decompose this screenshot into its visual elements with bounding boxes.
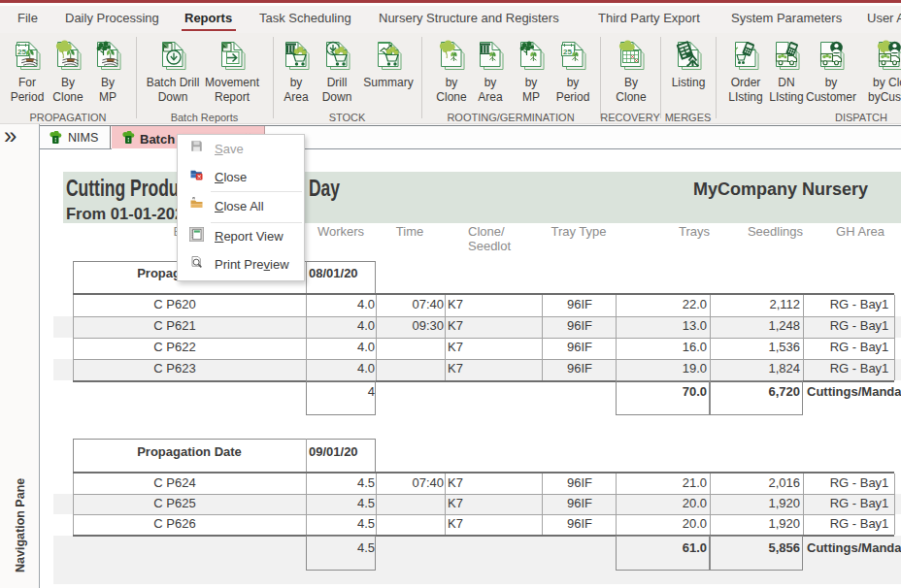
- svg-text:25: 25: [17, 48, 26, 56]
- svg-text:25: 25: [563, 48, 572, 56]
